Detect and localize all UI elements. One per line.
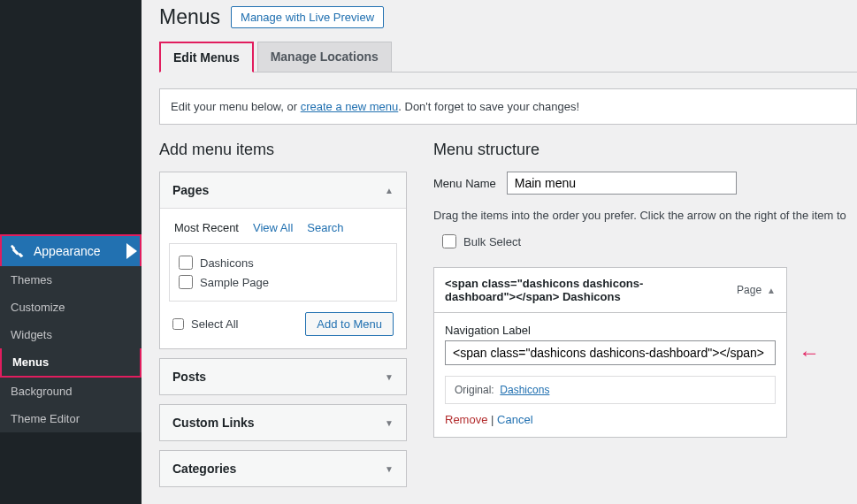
menu-name-input[interactable] (507, 172, 737, 195)
tab-edit-menus[interactable]: Edit Menus (159, 42, 254, 73)
triangle-up-icon: ▲ (767, 286, 776, 295)
menu-item-type: Page ▲ (737, 284, 776, 296)
accordion-categories: Categories ▼ (159, 450, 407, 487)
create-new-menu-link[interactable]: create a new menu (301, 100, 399, 113)
sidebar-item-themes[interactable]: Themes (0, 266, 142, 294)
navigation-label-label: Navigation Label (445, 324, 776, 337)
subtab-most-recent[interactable]: Most Recent (174, 221, 239, 234)
add-to-menu-button[interactable]: Add to Menu (305, 312, 394, 336)
tab-manage-locations[interactable]: Manage Locations (257, 42, 392, 72)
menu-item-toggle[interactable]: <span class="dashicons dashicons-dashboa… (434, 268, 786, 313)
accordion-posts-toggle[interactable]: Posts ▼ (160, 359, 406, 394)
triangle-up-icon: ▲ (385, 186, 394, 195)
menu-item-title: <span class="dashicons dashicons-dashboa… (445, 277, 692, 303)
arrow-right-icon (124, 243, 140, 259)
menu-structure-column: Menu structure Menu Name Drag the items … (433, 141, 857, 496)
sidebar-item-menus[interactable]: Menus (0, 348, 142, 378)
drag-hint: Drag the items into the order you prefer… (433, 209, 857, 222)
menu-name-label: Menu Name (433, 177, 496, 190)
menu-item: <span class="dashicons dashicons-dashboa… (433, 267, 787, 438)
sidebar-item-appearance[interactable]: Appearance (0, 234, 142, 266)
menu-structure-heading: Menu structure (433, 141, 857, 159)
original-link[interactable]: Dashicons (500, 384, 549, 396)
triangle-down-icon: ▼ (385, 418, 394, 428)
add-menu-items-column: Add menu items Pages ▲ Most Recent View … (159, 141, 407, 496)
live-preview-button[interactable]: Manage with Live Preview (231, 6, 384, 28)
select-all[interactable]: Select All (172, 317, 238, 331)
accordion-custom-links-toggle[interactable]: Custom Links ▼ (160, 405, 406, 440)
sidebar-item-widgets[interactable]: Widgets (0, 321, 142, 348)
accordion-pages: Pages ▲ Most Recent View All Search D (159, 172, 407, 349)
remove-link[interactable]: Remove (445, 413, 487, 426)
sidebar-item-customize[interactable]: Customize (0, 294, 142, 321)
page-title: Menus (159, 5, 220, 29)
cancel-link[interactable]: Cancel (497, 413, 532, 426)
accordion-categories-toggle[interactable]: Categories ▼ (160, 451, 406, 486)
sidebar-item-background[interactable]: Background (0, 378, 142, 405)
subtab-view-all[interactable]: View All (253, 221, 293, 234)
sidebar-parent-label: Appearance (34, 244, 101, 258)
select-all-checkbox[interactable] (172, 318, 184, 330)
triangle-down-icon: ▼ (385, 372, 394, 382)
original-link-box: Original: Dashicons (445, 376, 776, 404)
checkbox[interactable] (179, 275, 193, 289)
notice: Edit your menu below, or create a new me… (159, 88, 857, 125)
accordion-pages-toggle[interactable]: Pages ▲ (160, 172, 406, 208)
highlight-arrow-icon: ← (799, 340, 820, 365)
bulk-select[interactable]: Bulk Select (442, 234, 521, 248)
subtab-search[interactable]: Search (307, 221, 343, 234)
appearance-icon (11, 243, 27, 259)
checkbox[interactable] (179, 256, 193, 270)
accordion-custom-links: Custom Links ▼ (159, 404, 407, 441)
navigation-label-input[interactable] (445, 340, 776, 365)
triangle-down-icon: ▼ (385, 464, 394, 474)
sidebar-item-theme-editor[interactable]: Theme Editor (0, 405, 142, 432)
page-item-sample-page[interactable]: Sample Page (179, 272, 387, 292)
admin-sidebar: Appearance Themes Customize Widgets Menu… (0, 0, 142, 504)
main-content: Menus Manage with Live Preview Edit Menu… (142, 0, 857, 504)
nav-tabs: Edit Menus Manage Locations (159, 42, 857, 73)
accordion-posts: Posts ▼ (159, 358, 407, 395)
page-item-dashicons[interactable]: Dashicons (179, 253, 387, 272)
add-menu-items-heading: Add menu items (159, 141, 407, 159)
bulk-select-checkbox[interactable] (442, 234, 456, 248)
